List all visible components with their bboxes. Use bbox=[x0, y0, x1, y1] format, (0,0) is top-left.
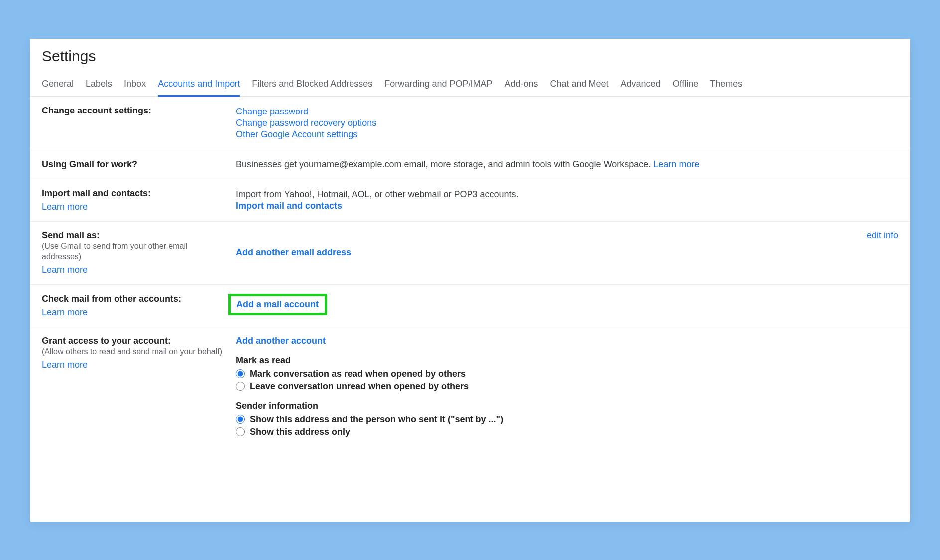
sender-info-title: Sender information bbox=[236, 401, 898, 411]
section-send-mail-as: Send mail as: (Use Gmail to send from yo… bbox=[30, 222, 910, 285]
tab-forwarding[interactable]: Forwarding and POP/IMAP bbox=[384, 75, 492, 96]
send-mail-as-sub: (Use Gmail to send from your other email… bbox=[42, 242, 188, 261]
edit-info-link[interactable]: edit info bbox=[867, 230, 898, 240]
tab-filters[interactable]: Filters and Blocked Addresses bbox=[252, 75, 372, 96]
send-mail-as-title: Send mail as: bbox=[42, 230, 100, 240]
grant-access-learn-more-link[interactable]: Learn more bbox=[42, 360, 88, 370]
import-learn-more-link[interactable]: Learn more bbox=[42, 202, 88, 212]
check-mail-title: Check mail from other accounts: bbox=[42, 294, 181, 304]
grant-access-sub: (Allow others to read and send mail on y… bbox=[42, 347, 222, 356]
using-for-work-title: Using Gmail for work? bbox=[42, 159, 137, 169]
check-mail-learn-more-link[interactable]: Learn more bbox=[42, 307, 88, 318]
add-mail-account-link[interactable]: Add a mail account bbox=[236, 299, 319, 310]
show-address-only-radio[interactable] bbox=[236, 427, 245, 436]
add-mail-account-highlight: Add a mail account bbox=[228, 294, 327, 315]
tab-inbox[interactable]: Inbox bbox=[124, 75, 146, 96]
import-mail-desc: Import from Yahoo!, Hotmail, AOL, or oth… bbox=[236, 189, 898, 200]
send-mail-learn-more-link[interactable]: Learn more bbox=[42, 265, 88, 275]
settings-panel: Settings General Labels Inbox Accounts a… bbox=[30, 39, 910, 522]
change-account-title: Change account settings: bbox=[42, 106, 151, 115]
section-change-account: Change account settings: Change password… bbox=[30, 97, 910, 150]
tab-general[interactable]: General bbox=[42, 75, 74, 96]
tab-advanced[interactable]: Advanced bbox=[621, 75, 661, 96]
using-for-work-text: Businesses get yourname@example.com emai… bbox=[236, 159, 653, 169]
add-another-account-link[interactable]: Add another account bbox=[236, 336, 326, 346]
section-using-for-work: Using Gmail for work? Businesses get you… bbox=[30, 150, 910, 179]
tab-labels[interactable]: Labels bbox=[86, 75, 112, 96]
section-grant-access: Grant access to your account: (Allow oth… bbox=[30, 327, 910, 448]
grant-access-title: Grant access to your account: bbox=[42, 336, 171, 346]
import-mail-title: Import mail and contacts: bbox=[42, 188, 151, 198]
section-check-mail: Check mail from other accounts: Learn mo… bbox=[30, 285, 910, 327]
leave-unread-label: Leave conversation unread when opened by… bbox=[250, 381, 469, 392]
mark-read-label: Mark conversation as read when opened by… bbox=[250, 369, 466, 379]
mark-as-read-title: Mark as read bbox=[236, 355, 898, 366]
tab-accounts-import[interactable]: Accounts and Import bbox=[158, 75, 240, 97]
tab-addons[interactable]: Add-ons bbox=[504, 75, 538, 96]
mark-read-radio[interactable] bbox=[236, 369, 245, 378]
tab-chat-meet[interactable]: Chat and Meet bbox=[550, 75, 609, 96]
add-another-email-link[interactable]: Add another email address bbox=[236, 247, 351, 258]
page-title: Settings bbox=[30, 48, 910, 75]
settings-tabs: General Labels Inbox Accounts and Import… bbox=[30, 75, 910, 97]
tab-offline[interactable]: Offline bbox=[673, 75, 699, 96]
workspace-learn-more-link[interactable]: Learn more bbox=[653, 159, 699, 169]
other-settings-link[interactable]: Other Google Account settings bbox=[236, 129, 898, 140]
section-import-mail: Import mail and contacts: Learn more Imp… bbox=[30, 179, 910, 222]
leave-unread-radio[interactable] bbox=[236, 382, 245, 391]
import-mail-action[interactable]: Import mail and contacts bbox=[236, 201, 342, 211]
show-sent-by-radio[interactable] bbox=[236, 415, 245, 424]
change-password-link[interactable]: Change password bbox=[236, 107, 898, 117]
show-sent-by-label: Show this address and the person who sen… bbox=[250, 414, 503, 425]
show-address-only-label: Show this address only bbox=[250, 427, 350, 437]
tab-themes[interactable]: Themes bbox=[710, 75, 742, 96]
change-recovery-link[interactable]: Change password recovery options bbox=[236, 118, 898, 128]
